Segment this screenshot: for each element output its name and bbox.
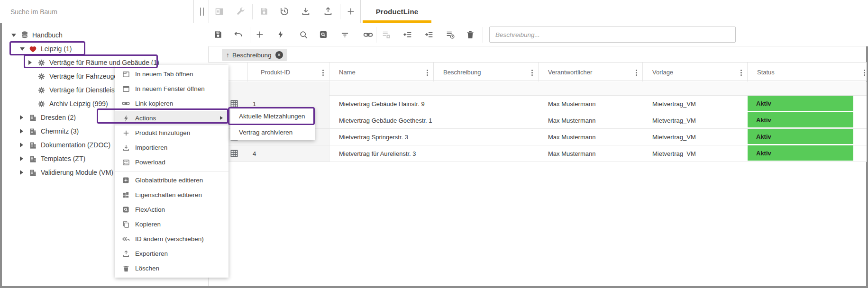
- tree-item-leipzig[interactable]: Leipzig (1): [0, 42, 206, 55]
- table-filter-row[interactable]: [208, 81, 867, 96]
- description-filter-input[interactable]: [489, 27, 736, 43]
- expander[interactable]: [11, 34, 20, 37]
- menu-item-copy[interactable]: Kopieren: [115, 217, 228, 232]
- column-menu-icon[interactable]: [636, 70, 637, 71]
- expander[interactable]: [20, 170, 28, 175]
- header-label: Verantwortlicher: [548, 69, 592, 76]
- submenu-arrow-icon: [220, 116, 223, 120]
- save-icon: [213, 30, 223, 39]
- header-name[interactable]: Name: [329, 63, 434, 81]
- menu-item-flexaction[interactable]: FlexAction: [115, 202, 228, 217]
- chip-remove-icon[interactable]: ×: [275, 51, 283, 59]
- chevron-right-icon: [20, 115, 23, 120]
- menu-item-label: Produkt hinzufügen: [135, 129, 190, 136]
- export-button[interactable]: [321, 5, 335, 18]
- header-label: Status: [757, 69, 775, 76]
- column-menu-icon[interactable]: [740, 70, 742, 71]
- import-button[interactable]: [299, 5, 312, 18]
- link-button[interactable]: [361, 28, 375, 41]
- separator: [483, 27, 483, 43]
- flexaction-search-button[interactable]: [317, 28, 330, 41]
- expander[interactable]: [20, 129, 28, 134]
- expander[interactable]: [20, 156, 28, 161]
- menu-item-copy-link[interactable]: Link kopieren: [115, 96, 228, 111]
- panel-drag-handle[interactable]: [200, 8, 205, 16]
- undo-button[interactable]: [232, 28, 245, 41]
- menu-item-add-product[interactable]: Produkt hinzufügen: [115, 126, 228, 140]
- outdent-button[interactable]: [401, 28, 414, 41]
- tree-item-label: Leipzig (1): [41, 45, 72, 53]
- save-table-button[interactable]: [211, 28, 225, 41]
- table-row[interactable]: 4 Mietvertrag für Aurelienstr. 3 Max Mus…: [208, 145, 867, 162]
- chevron-down-icon: [11, 34, 16, 37]
- menu-item-label: Exportieren: [135, 250, 168, 257]
- blocks-icon: [121, 190, 130, 199]
- gear-icon: [37, 99, 49, 108]
- filter-button[interactable]: [338, 28, 351, 41]
- settings-wrench-button[interactable]: [234, 5, 247, 18]
- cell-vorlage: Mietvertrag_VM: [652, 112, 696, 128]
- status-badge: Aktiv: [748, 129, 853, 144]
- menu-item-delete[interactable]: Löschen: [115, 261, 228, 276]
- menu-item-export[interactable]: Exportieren: [115, 246, 228, 261]
- expander[interactable]: [20, 47, 28, 51]
- menu-item-label: Eigenschaften editieren: [135, 191, 202, 198]
- rows-history-button[interactable]: [444, 28, 457, 41]
- menu-item-edit-global-attributes[interactable]: Globalattribute editieren: [115, 173, 228, 188]
- building-icon: [28, 127, 41, 136]
- active-tab-indicator: [363, 20, 431, 23]
- link-icon: [363, 29, 374, 40]
- column-menu-icon[interactable]: [427, 70, 428, 71]
- history-button[interactable]: [278, 5, 291, 18]
- delete-row-button[interactable]: [464, 28, 477, 41]
- gear-icon: [37, 86, 49, 95]
- download-icon: [121, 143, 130, 152]
- add-row-button[interactable]: [253, 28, 266, 41]
- header-verantwortlicher[interactable]: Verantwortlicher: [539, 63, 643, 81]
- menu-item-change-id[interactable]: ID ändern (verschieben): [115, 232, 228, 246]
- header-vorlage[interactable]: Vorlage: [643, 63, 748, 81]
- column-menu-icon[interactable]: [531, 70, 533, 71]
- tree-search-input[interactable]: [2, 2, 193, 21]
- heart-icon: [28, 45, 41, 54]
- header-beschreibung[interactable]: Beschreibung: [434, 63, 539, 81]
- menu-item-label: Importieren: [135, 144, 167, 151]
- column-menu-icon[interactable]: [322, 70, 324, 71]
- header-produkt-id[interactable]: Produkt-ID: [248, 63, 329, 81]
- tab-productline[interactable]: ProductLine: [363, 0, 431, 23]
- tree-item-label: Handbuch: [32, 31, 63, 39]
- menu-item-label: Powerload: [135, 159, 165, 166]
- menu-item-open-tab[interactable]: In neuem Tab öffnen: [115, 67, 228, 81]
- add-tab-button[interactable]: [344, 5, 357, 18]
- rows-history-icon: [445, 29, 456, 40]
- expander[interactable]: [20, 143, 28, 147]
- cell-name: Mietvertrag Gebäude Goethestr. 1: [339, 112, 432, 128]
- expander[interactable]: [20, 115, 28, 120]
- cell-verantwortlicher: Max Mustermann: [548, 145, 595, 162]
- column-menu-icon[interactable]: [864, 70, 865, 71]
- menu-item-import[interactable]: Importieren: [115, 140, 228, 155]
- search-button[interactable]: [297, 28, 310, 41]
- tree-item-handbuch[interactable]: Handbuch: [0, 28, 206, 42]
- menu-item-powerload[interactable]: Powerload: [115, 155, 228, 170]
- form-view-button[interactable]: [212, 5, 226, 18]
- save-rows-button[interactable]: [380, 28, 393, 41]
- expander[interactable]: [28, 60, 37, 65]
- actions-bolt-button[interactable]: [274, 28, 287, 41]
- submenu-item-aktuelle-mietzahlungen[interactable]: Aktuelle Mietzahlungen: [230, 108, 315, 124]
- indent-button[interactable]: [422, 28, 436, 41]
- menu-item-open-window[interactable]: In neuem Fenster öffnen: [115, 81, 228, 96]
- sort-chip-beschreibung[interactable]: ↑ Beschreibung ×: [222, 49, 287, 61]
- menu-item-label: Globalattribute editieren: [135, 177, 203, 184]
- separator: [250, 27, 250, 43]
- menu-item-edit-properties[interactable]: Eigenschaften editieren: [115, 188, 228, 202]
- grid-icon[interactable]: [229, 145, 239, 162]
- header-status[interactable]: Status: [748, 63, 853, 81]
- menu-item-actions[interactable]: Actions: [115, 111, 228, 126]
- cell-name: Mietvertrag für Aurelienstr. 3: [339, 145, 416, 162]
- building-icon: [28, 141, 41, 150]
- database-icon: [20, 30, 32, 40]
- save-layout-button[interactable]: [257, 5, 271, 18]
- submenu-item-vertrag-archivieren[interactable]: Vertrag archivieren: [230, 124, 315, 140]
- menu-item-label: In neuem Tab öffnen: [135, 71, 193, 78]
